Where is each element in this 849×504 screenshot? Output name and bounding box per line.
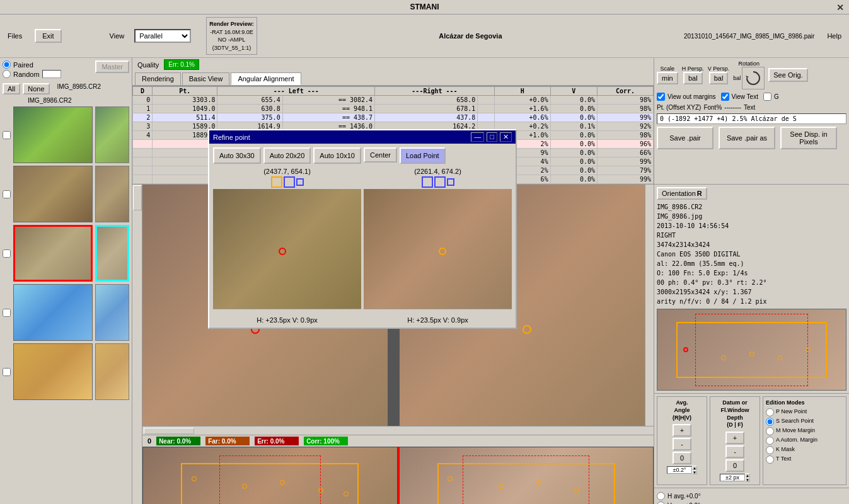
see-disp-button[interactable]: See Disp. in Pixels: [780, 127, 837, 149]
k-mask-radio[interactable]: K Mask: [766, 446, 843, 454]
avg-spin-down[interactable]: ▼: [692, 470, 697, 474]
dialog-maximize[interactable]: □: [487, 132, 497, 142]
right-thumb-2[interactable]: [95, 166, 129, 222]
t-text-radio[interactable]: T Text: [766, 455, 843, 464]
orientation-button[interactable]: Orientation R: [657, 187, 707, 200]
view-out-margins-check[interactable]: View out margins: [657, 93, 716, 101]
datum-spin-input[interactable]: [720, 474, 745, 481]
v-avg-check[interactable]: V avg.+0.0°: [657, 501, 846, 504]
table-row[interactable]: 2511.4375.0== 438.7437.8+0.6%0.0%99%: [133, 113, 654, 122]
strip-circle-3: [280, 480, 285, 485]
vertical-scrollbar[interactable]: [132, 185, 142, 504]
exit-button[interactable]: Exit: [35, 29, 61, 43]
avg-spin-input[interactable]: [667, 466, 692, 474]
scroll-thumb-h[interactable]: [144, 428, 194, 434]
table-row[interactable]: 03303.8655.4== 3082.4658.0+0.0%0.0%98%: [133, 96, 654, 105]
datum-zero-btn[interactable]: 0: [725, 459, 744, 472]
row5-checkbox[interactable]: [3, 368, 11, 376]
g-check[interactable]: G: [763, 93, 779, 101]
new-point-radio[interactable]: P New Point: [766, 408, 843, 416]
left-thumb-5[interactable]: [13, 343, 93, 400]
v-persp-label: V Persp.: [708, 66, 730, 72]
none-button[interactable]: None: [23, 83, 49, 94]
save-pair-button[interactable]: Save .pair: [657, 127, 713, 149]
view-dropdown[interactable]: Parallel Anaglyph Side by Side: [134, 29, 191, 43]
preview-red-box: [695, 314, 808, 386]
scroll-track-h[interactable]: [143, 427, 653, 435]
table-row[interactable]: 11049.0630.8== 948.1678.1+1.6%0.0%98%: [133, 105, 654, 113]
random-radio[interactable]: Random: [3, 70, 61, 78]
auto10-button[interactable]: Auto 10x10: [313, 147, 361, 164]
scroll-thumb-v[interactable]: [133, 185, 142, 210]
datum-spin-down[interactable]: ▼: [745, 478, 750, 482]
paired-radio[interactable]: Paired: [3, 60, 61, 69]
datum-plus-btn[interactable]: +: [725, 432, 744, 444]
right-scrollbar[interactable]: [645, 185, 654, 426]
avg-spin-arrows: ▲ ▼: [692, 466, 697, 474]
row3-checkbox[interactable]: [3, 249, 11, 258]
left-thumb-2[interactable]: [13, 166, 93, 222]
h-persp-bal-btn[interactable]: bal: [683, 72, 703, 84]
left-box-1[interactable]: [271, 176, 282, 188]
close-button[interactable]: ✕: [836, 3, 844, 13]
random-input[interactable]: [42, 70, 61, 78]
avg-spin-up[interactable]: ▲: [692, 466, 697, 470]
left-box-2[interactable]: [284, 176, 295, 188]
strip-thumb-right[interactable]: [399, 447, 654, 504]
h-avg-check[interactable]: H avg.+0.0°: [657, 492, 846, 500]
left-thumb-3[interactable]: [13, 225, 93, 282]
dialog-close[interactable]: ✕: [500, 132, 512, 142]
rotation-icon[interactable]: [742, 67, 765, 89]
horizontal-scrollbar[interactable]: [142, 426, 654, 435]
row4-checkbox[interactable]: [3, 309, 11, 317]
right-thumb-3[interactable]: [95, 225, 129, 282]
master-button[interactable]: Master: [95, 60, 129, 73]
tab-basic-view[interactable]: Basic View: [182, 72, 230, 85]
dialog-right-image[interactable]: [364, 189, 512, 309]
right-sel-boxes: [364, 176, 512, 188]
view-text-check[interactable]: View Text: [721, 93, 758, 101]
avg-zero-btn[interactable]: 0: [673, 452, 691, 464]
left-img-scrollh[interactable]: [213, 309, 361, 315]
help-menu[interactable]: Help: [824, 31, 844, 41]
tab-angular-alignment[interactable]: Angular Alignment: [231, 72, 301, 85]
right-file-label: IMG_8986.CR2: [28, 97, 129, 104]
strip-thumb-left[interactable]: [142, 447, 398, 504]
see-orig-button[interactable]: See Orig.: [768, 68, 807, 82]
tab-rendering[interactable]: Rendering: [135, 72, 181, 85]
scale-min-btn[interactable]: min: [657, 72, 678, 84]
right-thumb-1[interactable]: [95, 106, 129, 163]
avg-plus-btn[interactable]: +: [673, 424, 691, 437]
avg-minus-btn[interactable]: -: [673, 438, 691, 450]
row1-checkbox[interactable]: [3, 131, 11, 139]
dialog-left-image[interactable]: [213, 189, 361, 309]
orientation-preview[interactable]: [657, 309, 846, 391]
orient-parity: arity n/f/v: 0 / 84 / 1.2 pix: [657, 297, 846, 306]
save-pair-as-button[interactable]: Save .pair as: [719, 127, 775, 149]
right-box-2[interactable]: [434, 176, 446, 188]
files-menu[interactable]: Files: [5, 31, 25, 41]
left-thumb-1[interactable]: [13, 106, 93, 163]
quality-value: Err: 0.1%: [164, 59, 199, 70]
move-margin-radio[interactable]: M Move Margin: [766, 427, 843, 435]
left-box-3[interactable]: [296, 178, 304, 186]
row2-checkbox[interactable]: [3, 190, 11, 198]
left-thumb-4[interactable]: [13, 284, 93, 341]
right-thumb-4[interactable]: [95, 284, 129, 341]
right-img-scrollh[interactable]: [364, 309, 512, 315]
dialog-minimize[interactable]: —: [471, 132, 484, 142]
autom-margin-radio[interactable]: A Autom. Margin: [766, 437, 843, 445]
right-box-3[interactable]: [447, 178, 454, 186]
right-box-1[interactable]: [422, 176, 433, 188]
right-thumb-5[interactable]: [95, 343, 129, 400]
load-point-button[interactable]: Load Point: [400, 147, 446, 164]
auto30-button[interactable]: Auto 30x30: [213, 147, 261, 164]
auto20-button[interactable]: Auto 20x20: [263, 147, 311, 164]
center-button[interactable]: Center: [364, 147, 397, 163]
v-persp-bal-btn[interactable]: bal: [709, 72, 729, 84]
orientation-section: Orientation R IMG_8986.CR2 IMG_8986.jpg …: [654, 185, 849, 394]
search-point-radio[interactable]: S Search Point: [766, 418, 843, 426]
all-button[interactable]: All: [3, 83, 20, 94]
datum-spin-up[interactable]: ▲: [745, 473, 750, 478]
datum-minus-btn[interactable]: -: [725, 445, 744, 458]
